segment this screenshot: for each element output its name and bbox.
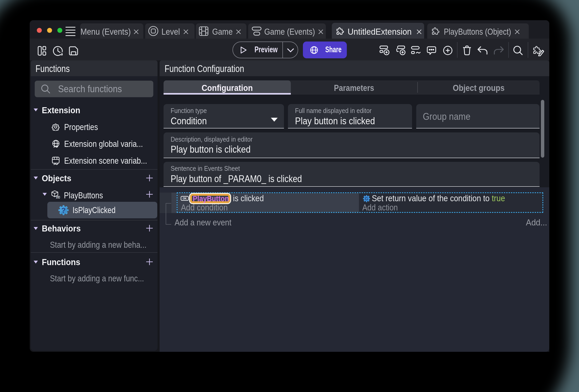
- svg-text:2D: 2D: [56, 195, 60, 199]
- svg-text:OK: OK: [183, 197, 187, 200]
- svg-text:?: ?: [61, 207, 66, 214]
- svg-text:G: G: [365, 196, 368, 201]
